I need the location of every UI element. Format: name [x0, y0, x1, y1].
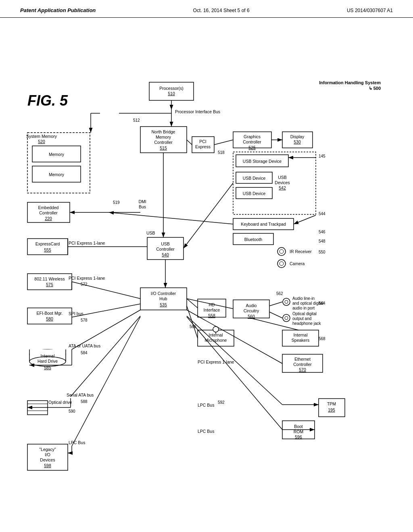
svg-text:510: 510: [168, 91, 175, 96]
svg-text:Controller: Controller: [154, 140, 173, 145]
svg-text:TPM: TPM: [327, 401, 336, 406]
svg-text:ATA or UATA bus: ATA or UATA bus: [69, 343, 100, 348]
svg-text:535: 535: [160, 302, 167, 307]
svg-text:145: 145: [319, 154, 325, 158]
svg-text:Controller: Controller: [156, 247, 175, 251]
svg-text:Embedded: Embedded: [38, 205, 59, 210]
svg-text:568: 568: [319, 337, 325, 341]
svg-text:570: 570: [299, 367, 306, 372]
svg-text:Optical drive: Optical drive: [48, 400, 72, 405]
svg-text:555: 555: [44, 247, 51, 252]
svg-text:540: 540: [162, 252, 169, 257]
svg-text:584: 584: [81, 351, 88, 355]
svg-text:520: 520: [38, 139, 45, 144]
svg-text:Processor(s): Processor(s): [159, 86, 184, 91]
svg-text:Memory: Memory: [156, 135, 171, 139]
svg-rect-7: [27, 133, 90, 193]
svg-line-137: [214, 140, 233, 145]
svg-text:Internal: Internal: [40, 353, 54, 358]
svg-text:audio in port: audio in port: [292, 306, 315, 310]
svg-line-192: [294, 215, 316, 224]
svg-text:Boot: Boot: [294, 424, 303, 429]
svg-text:575: 575: [46, 282, 53, 287]
svg-text:195: 195: [328, 407, 335, 412]
svg-text:Graphics: Graphics: [244, 134, 261, 139]
svg-text:USB: USB: [278, 175, 287, 180]
svg-text:564: 564: [319, 301, 325, 305]
svg-text:ExpressCard: ExpressCard: [35, 241, 60, 246]
svg-text:562: 562: [276, 291, 283, 296]
svg-text:Keyboard and Trackpad: Keyboard and Trackpad: [241, 222, 286, 227]
svg-rect-66: [27, 274, 72, 290]
svg-text:Hard Drive: Hard Drive: [38, 359, 58, 364]
svg-text:LPC Bus: LPC Bus: [69, 440, 85, 445]
svg-text:Hub: Hub: [159, 296, 167, 301]
svg-text:USB Device: USB Device: [243, 176, 266, 181]
svg-text:ROM: ROM: [294, 429, 304, 434]
svg-text:Speakers: Speakers: [292, 338, 309, 343]
svg-text:Serial ATA bus: Serial ATA bus: [67, 393, 94, 397]
svg-text:Controller: Controller: [39, 210, 58, 215]
svg-text:LPC Bus: LPC Bus: [198, 403, 214, 407]
header-patent: US 2014/0307607 A1: [347, 8, 393, 13]
svg-text:Memory: Memory: [49, 152, 65, 157]
svg-text:572: 572: [81, 282, 88, 287]
svg-text:542: 542: [279, 185, 286, 190]
svg-text:Interface: Interface: [204, 308, 220, 312]
svg-text:PCI: PCI: [199, 139, 206, 144]
svg-text:EFI-Boot Mgr.: EFI-Boot Mgr.: [37, 311, 63, 316]
svg-text:Bluetooth: Bluetooth: [244, 237, 263, 242]
svg-point-84: [283, 298, 290, 305]
svg-line-171: [250, 318, 298, 330]
svg-point-56: [277, 260, 286, 268]
svg-line-194: [109, 212, 233, 224]
svg-text:LPC Bus: LPC Bus: [198, 429, 214, 434]
svg-text:Audio line-in: Audio line-in: [292, 296, 315, 301]
svg-text:548: 548: [319, 239, 325, 243]
svg-text:220: 220: [45, 216, 52, 221]
svg-text:headphone jack: headphone jack: [292, 321, 321, 326]
svg-text:Processor Interface Bus: Processor Interface Bus: [175, 109, 220, 114]
svg-text:PCI Express 1-lane: PCI Express 1-lane: [69, 276, 105, 281]
svg-text:512: 512: [133, 118, 140, 123]
svg-line-185: [187, 317, 282, 430]
svg-point-52: [277, 247, 286, 256]
svg-text:Audio: Audio: [246, 303, 257, 308]
svg-text:Memory: Memory: [49, 172, 65, 177]
svg-text:580: 580: [46, 316, 53, 321]
svg-text:519: 519: [113, 200, 120, 205]
svg-text:System Memory: System Memory: [26, 134, 57, 139]
svg-line-193: [184, 183, 233, 248]
svg-text:592: 592: [218, 400, 225, 405]
diagram-area: FIG. 5 Information Handling System ↳ 500…: [0, 18, 413, 530]
svg-point-91: [283, 314, 290, 322]
svg-text:Express: Express: [195, 144, 211, 149]
svg-text:544: 544: [319, 212, 325, 216]
svg-line-160: [269, 312, 282, 318]
svg-text:Devices: Devices: [40, 457, 55, 462]
svg-text:515: 515: [160, 145, 167, 150]
svg-text:525: 525: [248, 145, 256, 150]
svg-text:USB Storage Device: USB Storage Device: [243, 159, 282, 164]
svg-line-159: [269, 302, 282, 306]
svg-text:Devices: Devices: [275, 180, 290, 185]
svg-text:North Bridge: North Bridge: [152, 129, 175, 134]
svg-text:Camera: Camera: [290, 261, 305, 266]
svg-line-188: [72, 317, 140, 446]
svg-text:Ethernet: Ethernet: [294, 357, 311, 362]
svg-text:Controller: Controller: [293, 362, 312, 367]
svg-text:DMI: DMI: [138, 199, 146, 204]
svg-rect-69: [27, 308, 72, 324]
svg-text:590: 590: [69, 409, 75, 414]
svg-text:598: 598: [44, 463, 51, 468]
svg-text:USB Device: USB Device: [243, 191, 266, 196]
svg-text:Internal: Internal: [293, 332, 307, 337]
svg-text:PCI Express 1-lane: PCI Express 1-lane: [198, 360, 234, 364]
svg-line-136: [187, 140, 192, 145]
svg-text:USB: USB: [161, 241, 170, 246]
svg-text:518: 518: [218, 150, 225, 155]
page-header: Patent Application Publication Oct. 16, …: [0, 0, 413, 18]
svg-text:530: 530: [294, 139, 301, 144]
svg-text:Bus: Bus: [139, 204, 146, 209]
svg-text:550: 550: [319, 250, 325, 254]
